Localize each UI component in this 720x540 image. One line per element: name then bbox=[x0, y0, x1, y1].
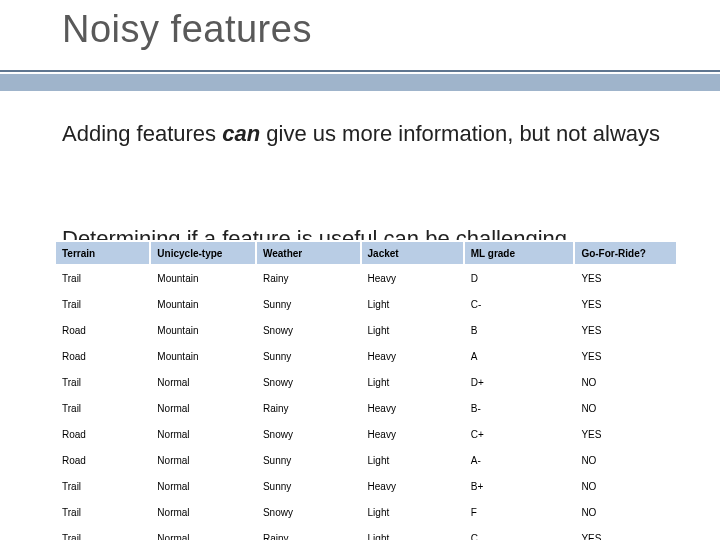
table-cell: Normal bbox=[150, 421, 256, 447]
table-cell: Rainy bbox=[256, 395, 361, 421]
col-terrain: Terrain bbox=[55, 241, 150, 265]
table-cell: NO bbox=[574, 473, 677, 499]
table-cell: Light bbox=[361, 317, 464, 343]
table-cell: Sunny bbox=[256, 447, 361, 473]
table-cell: Mountain bbox=[150, 317, 256, 343]
table-cell: Trail bbox=[55, 499, 150, 525]
table-row: RoadMountainSunnyHeavyAYES bbox=[55, 343, 677, 369]
col-jacket: Jacket bbox=[361, 241, 464, 265]
table-row: TrailMountainSunnyLightC-YES bbox=[55, 291, 677, 317]
table-cell: Rainy bbox=[256, 265, 361, 291]
table-cell: Heavy bbox=[361, 265, 464, 291]
table-cell: YES bbox=[574, 291, 677, 317]
table-cell: Light bbox=[361, 447, 464, 473]
table-cell: Snowy bbox=[256, 421, 361, 447]
table-cell: Rainy bbox=[256, 525, 361, 540]
table-cell: NO bbox=[574, 447, 677, 473]
table-cell: C+ bbox=[464, 421, 575, 447]
table-cell: Normal bbox=[150, 395, 256, 421]
col-mlgrade: ML grade bbox=[464, 241, 575, 265]
table-cell: Light bbox=[361, 369, 464, 395]
rule-thin bbox=[0, 70, 720, 72]
table-row: RoadMountainSnowyLightBYES bbox=[55, 317, 677, 343]
table-cell: Trail bbox=[55, 395, 150, 421]
table-cell: Road bbox=[55, 447, 150, 473]
body1-pre: Adding features bbox=[62, 121, 222, 146]
table-cell: Normal bbox=[150, 499, 256, 525]
table-cell: YES bbox=[574, 421, 677, 447]
table-cell: YES bbox=[574, 265, 677, 291]
table-cell: YES bbox=[574, 525, 677, 540]
table-cell: D bbox=[464, 265, 575, 291]
table-cell: F bbox=[464, 499, 575, 525]
table-row: TrailNormalSnowyLightFNO bbox=[55, 499, 677, 525]
slide: Noisy features Adding features can give … bbox=[0, 0, 720, 540]
table-cell: Normal bbox=[150, 525, 256, 540]
table-cell: Sunny bbox=[256, 343, 361, 369]
table-cell: Snowy bbox=[256, 499, 361, 525]
table-cell: Trail bbox=[55, 525, 150, 540]
table-cell: NO bbox=[574, 369, 677, 395]
table-cell: YES bbox=[574, 343, 677, 369]
table-cell: Mountain bbox=[150, 265, 256, 291]
table-cell: Sunny bbox=[256, 291, 361, 317]
table-row: TrailMountainRainyHeavyDYES bbox=[55, 265, 677, 291]
table-cell: Light bbox=[361, 499, 464, 525]
rule-thick bbox=[0, 74, 720, 91]
table-cell: Road bbox=[55, 421, 150, 447]
table-cell: Heavy bbox=[361, 421, 464, 447]
table-row: TrailNormalSunnyHeavyB+NO bbox=[55, 473, 677, 499]
table-cell: Light bbox=[361, 291, 464, 317]
table-cell: Heavy bbox=[361, 395, 464, 421]
table-cell: B- bbox=[464, 395, 575, 421]
table-cell: Sunny bbox=[256, 473, 361, 499]
table-cell: Normal bbox=[150, 473, 256, 499]
table-cell: Trail bbox=[55, 473, 150, 499]
data-table: Terrain Unicycle-type Weather Jacket ML … bbox=[54, 240, 678, 540]
body1-post: give us more information, but not always bbox=[260, 121, 660, 146]
table-cell: Light bbox=[361, 525, 464, 540]
table-cell: Heavy bbox=[361, 343, 464, 369]
table-row: TrailNormalRainyLightCYES bbox=[55, 525, 677, 540]
col-goforride: Go-For-Ride? bbox=[574, 241, 677, 265]
body-text-1: Adding features can give us more informa… bbox=[62, 120, 662, 148]
table-row: TrailNormalSnowyLightD+NO bbox=[55, 369, 677, 395]
col-weather: Weather bbox=[256, 241, 361, 265]
table-row: RoadNormalSnowyHeavyC+YES bbox=[55, 421, 677, 447]
body1-em: can bbox=[222, 121, 260, 146]
col-unicycle: Unicycle-type bbox=[150, 241, 256, 265]
table-cell: Road bbox=[55, 343, 150, 369]
table-cell: NO bbox=[574, 499, 677, 525]
table-cell: A bbox=[464, 343, 575, 369]
table-cell: B bbox=[464, 317, 575, 343]
table-cell: C bbox=[464, 525, 575, 540]
table-header-row: Terrain Unicycle-type Weather Jacket ML … bbox=[55, 241, 677, 265]
table-cell: D+ bbox=[464, 369, 575, 395]
table-cell: Heavy bbox=[361, 473, 464, 499]
table-cell: B+ bbox=[464, 473, 575, 499]
table-cell: Road bbox=[55, 317, 150, 343]
table-cell: NO bbox=[574, 395, 677, 421]
table-cell: Normal bbox=[150, 447, 256, 473]
table-cell: A- bbox=[464, 447, 575, 473]
table-cell: C- bbox=[464, 291, 575, 317]
table-cell: Snowy bbox=[256, 317, 361, 343]
table-row: TrailNormalRainyHeavyB-NO bbox=[55, 395, 677, 421]
page-title: Noisy features bbox=[62, 8, 312, 51]
table-cell: Mountain bbox=[150, 343, 256, 369]
table-cell: YES bbox=[574, 317, 677, 343]
table-cell: Trail bbox=[55, 291, 150, 317]
table-cell: Trail bbox=[55, 265, 150, 291]
table-cell: Snowy bbox=[256, 369, 361, 395]
table-row: RoadNormalSunnyLightA-NO bbox=[55, 447, 677, 473]
table-cell: Trail bbox=[55, 369, 150, 395]
title-rule bbox=[0, 70, 720, 91]
table-cell: Mountain bbox=[150, 291, 256, 317]
table-cell: Normal bbox=[150, 369, 256, 395]
table-body: TrailMountainRainyHeavyDYESTrailMountain… bbox=[55, 265, 677, 540]
